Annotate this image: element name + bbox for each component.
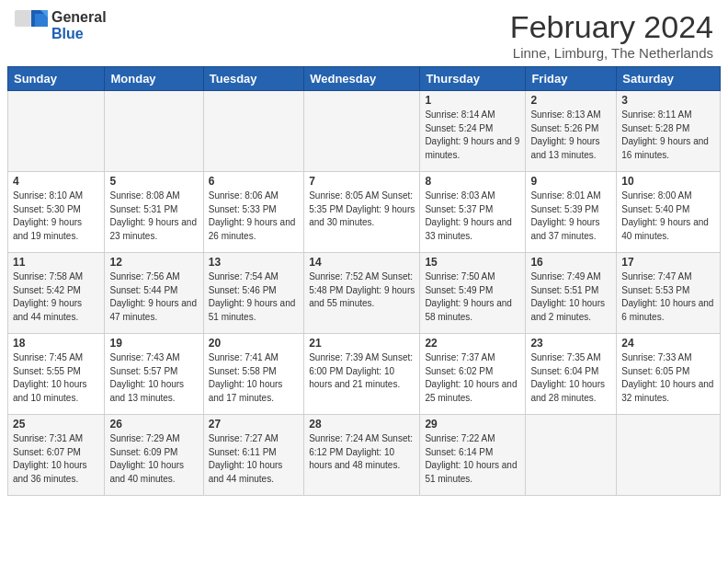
calendar-cell: 9Sunrise: 8:01 AM Sunset: 5:39 PM Daylig…	[526, 172, 617, 253]
day-number: 26	[109, 418, 198, 431]
calendar-cell: 4Sunrise: 8:10 AM Sunset: 5:30 PM Daylig…	[8, 172, 105, 253]
calendar-cell	[304, 91, 420, 172]
calendar-table: SundayMondayTuesdayWednesdayThursdayFrid…	[7, 66, 721, 496]
calendar-cell: 19Sunrise: 7:43 AM Sunset: 5:57 PM Dayli…	[105, 334, 203, 415]
calendar-cell: 11Sunrise: 7:58 AM Sunset: 5:42 PM Dayli…	[8, 253, 105, 334]
day-info: Sunrise: 8:14 AM Sunset: 5:24 PM Dayligh…	[425, 109, 520, 162]
day-info: Sunrise: 7:31 AM Sunset: 6:07 PM Dayligh…	[13, 432, 99, 486]
day-info: Sunrise: 8:05 AM Sunset: 5:35 PM Dayligh…	[309, 190, 415, 230]
calendar-cell: 24Sunrise: 7:33 AM Sunset: 6:05 PM Dayli…	[617, 334, 721, 415]
calendar-cell	[8, 91, 105, 172]
day-number: 5	[109, 175, 198, 188]
day-number: 3	[621, 94, 715, 107]
calendar-cell: 21Sunrise: 7:39 AM Sunset: 6:00 PM Dayli…	[304, 334, 420, 415]
day-number: 14	[309, 256, 415, 269]
day-info: Sunrise: 8:11 AM Sunset: 5:28 PM Dayligh…	[621, 109, 715, 162]
calendar-week-row: 25Sunrise: 7:31 AM Sunset: 6:07 PM Dayli…	[8, 415, 721, 496]
day-number: 12	[109, 256, 198, 269]
day-number: 4	[13, 175, 99, 188]
day-info: Sunrise: 7:45 AM Sunset: 5:55 PM Dayligh…	[13, 351, 99, 405]
calendar-cell: 18Sunrise: 7:45 AM Sunset: 5:55 PM Dayli…	[8, 334, 105, 415]
day-info: Sunrise: 7:35 AM Sunset: 6:04 PM Dayligh…	[530, 351, 611, 405]
calendar-week-row: 18Sunrise: 7:45 AM Sunset: 5:55 PM Dayli…	[8, 334, 721, 415]
day-number: 10	[621, 175, 715, 188]
calendar-week-row: 11Sunrise: 7:58 AM Sunset: 5:42 PM Dayli…	[8, 253, 721, 334]
day-info: Sunrise: 7:37 AM Sunset: 6:02 PM Dayligh…	[425, 351, 520, 405]
calendar-cell: 15Sunrise: 7:50 AM Sunset: 5:49 PM Dayli…	[420, 253, 526, 334]
col-header-tuesday: Tuesday	[203, 67, 303, 91]
calendar-cell: 7Sunrise: 8:05 AM Sunset: 5:35 PM Daylig…	[304, 172, 420, 253]
calendar-cell	[203, 91, 303, 172]
col-header-wednesday: Wednesday	[304, 67, 420, 91]
col-header-thursday: Thursday	[420, 67, 526, 91]
calendar-week-row: 4Sunrise: 8:10 AM Sunset: 5:30 PM Daylig…	[8, 172, 721, 253]
logo-icon	[15, 10, 48, 41]
calendar-cell: 22Sunrise: 7:37 AM Sunset: 6:02 PM Dayli…	[420, 334, 526, 415]
day-info: Sunrise: 8:06 AM Sunset: 5:33 PM Dayligh…	[209, 190, 299, 243]
day-info: Sunrise: 7:58 AM Sunset: 5:42 PM Dayligh…	[13, 270, 99, 324]
calendar-cell: 6Sunrise: 8:06 AM Sunset: 5:33 PM Daylig…	[203, 172, 303, 253]
calendar-cell: 17Sunrise: 7:47 AM Sunset: 5:53 PM Dayli…	[617, 253, 721, 334]
calendar-cell: 13Sunrise: 7:54 AM Sunset: 5:46 PM Dayli…	[203, 253, 303, 334]
day-number: 15	[425, 256, 520, 269]
logo: General Blue	[15, 9, 107, 43]
day-number: 27	[209, 418, 299, 431]
day-info: Sunrise: 8:13 AM Sunset: 5:26 PM Dayligh…	[530, 109, 611, 162]
header-row: SundayMondayTuesdayWednesdayThursdayFrid…	[8, 67, 721, 91]
calendar-cell: 25Sunrise: 7:31 AM Sunset: 6:07 PM Dayli…	[8, 415, 105, 496]
day-number: 16	[530, 256, 611, 269]
day-info: Sunrise: 8:10 AM Sunset: 5:30 PM Dayligh…	[13, 190, 99, 243]
day-info: Sunrise: 7:47 AM Sunset: 5:53 PM Dayligh…	[621, 270, 715, 324]
day-number: 25	[13, 418, 99, 431]
calendar-cell: 12Sunrise: 7:56 AM Sunset: 5:44 PM Dayli…	[105, 253, 203, 334]
day-number: 21	[309, 337, 415, 350]
calendar-cell: 16Sunrise: 7:49 AM Sunset: 5:51 PM Dayli…	[526, 253, 617, 334]
calendar-cell: 29Sunrise: 7:22 AM Sunset: 6:14 PM Dayli…	[420, 415, 526, 496]
svg-rect-1	[15, 10, 31, 27]
calendar-cell: 3Sunrise: 8:11 AM Sunset: 5:28 PM Daylig…	[617, 91, 721, 172]
calendar-cell: 5Sunrise: 8:08 AM Sunset: 5:31 PM Daylig…	[105, 172, 203, 253]
day-number: 23	[530, 337, 611, 350]
day-info: Sunrise: 8:03 AM Sunset: 5:37 PM Dayligh…	[425, 190, 520, 243]
calendar-cell: 2Sunrise: 8:13 AM Sunset: 5:26 PM Daylig…	[526, 91, 617, 172]
page-subtitle: Linne, Limburg, The Netherlands	[510, 45, 713, 61]
day-number: 20	[209, 337, 299, 350]
day-info: Sunrise: 7:39 AM Sunset: 6:00 PM Dayligh…	[309, 351, 415, 392]
title-block: February 2024 Linne, Limburg, The Nether…	[510, 9, 713, 61]
day-info: Sunrise: 7:43 AM Sunset: 5:57 PM Dayligh…	[109, 351, 198, 405]
calendar-cell: 10Sunrise: 8:00 AM Sunset: 5:40 PM Dayli…	[617, 172, 721, 253]
calendar-cell: 8Sunrise: 8:03 AM Sunset: 5:37 PM Daylig…	[420, 172, 526, 253]
day-number: 8	[425, 175, 520, 188]
calendar-cell: 23Sunrise: 7:35 AM Sunset: 6:04 PM Dayli…	[526, 334, 617, 415]
logo-text: General Blue	[51, 9, 107, 43]
calendar-header: SundayMondayTuesdayWednesdayThursdayFrid…	[8, 67, 721, 91]
col-header-sunday: Sunday	[8, 67, 105, 91]
day-info: Sunrise: 7:24 AM Sunset: 6:12 PM Dayligh…	[309, 432, 415, 473]
calendar-week-row: 1Sunrise: 8:14 AM Sunset: 5:24 PM Daylig…	[8, 91, 721, 172]
day-info: Sunrise: 7:54 AM Sunset: 5:46 PM Dayligh…	[209, 270, 299, 324]
day-number: 28	[309, 418, 415, 431]
calendar-cell: 26Sunrise: 7:29 AM Sunset: 6:09 PM Dayli…	[105, 415, 203, 496]
calendar-cell: 1Sunrise: 8:14 AM Sunset: 5:24 PM Daylig…	[420, 91, 526, 172]
col-header-friday: Friday	[526, 67, 617, 91]
day-info: Sunrise: 7:29 AM Sunset: 6:09 PM Dayligh…	[109, 432, 198, 486]
day-number: 29	[425, 418, 520, 431]
day-number: 11	[13, 256, 99, 269]
header: General Blue February 2024 Linne, Limbur…	[0, 0, 728, 66]
day-number: 13	[209, 256, 299, 269]
day-number: 18	[13, 337, 99, 350]
day-number: 19	[109, 337, 198, 350]
calendar-cell: 14Sunrise: 7:52 AM Sunset: 5:48 PM Dayli…	[304, 253, 420, 334]
svg-marker-3	[35, 14, 48, 27]
page-title: February 2024	[510, 9, 713, 45]
col-header-saturday: Saturday	[617, 67, 721, 91]
day-info: Sunrise: 7:27 AM Sunset: 6:11 PM Dayligh…	[209, 432, 299, 486]
day-number: 1	[425, 94, 520, 107]
calendar-wrapper: SundayMondayTuesdayWednesdayThursdayFrid…	[0, 66, 728, 503]
day-number: 6	[209, 175, 299, 188]
day-info: Sunrise: 8:01 AM Sunset: 5:39 PM Dayligh…	[530, 190, 611, 243]
day-number: 22	[425, 337, 520, 350]
day-number: 2	[530, 94, 611, 107]
day-number: 7	[309, 175, 415, 188]
day-number: 24	[621, 337, 715, 350]
